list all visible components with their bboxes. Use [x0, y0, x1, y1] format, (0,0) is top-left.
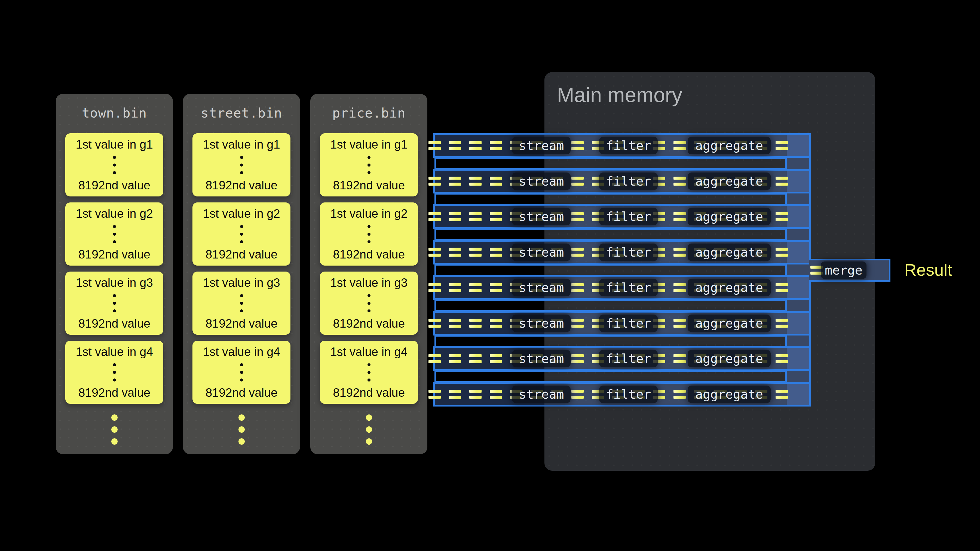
block-last-value: 8192nd value: [78, 178, 150, 192]
vertical-ellipsis-icon: [113, 363, 116, 381]
diagram-canvas: town.bin1st value in g18192nd value1st v…: [0, 0, 980, 551]
file-card: town.bin1st value in g18192nd value1st v…: [56, 94, 173, 454]
block-first-value: 1st value in g4: [76, 345, 153, 359]
stage-operator-aggregate: aggregate: [687, 386, 771, 403]
equals-dash-icon: [776, 212, 788, 221]
vertical-ellipsis-icon: [368, 363, 371, 381]
pipeline-row-8: streamfilteraggregate: [433, 382, 811, 407]
equals-dash-icon: [428, 283, 441, 292]
vertical-ellipsis-icon: [240, 156, 243, 174]
equals-dash-icon: [673, 283, 686, 292]
value-block: 1st value in g18192nd value: [320, 133, 418, 197]
stage-operator-filter: filter: [599, 279, 658, 296]
block-last-value: 8192nd value: [78, 317, 150, 330]
block-first-value: 1st value in g3: [203, 276, 280, 289]
block-list: 1st value in g18192nd value1st value in …: [65, 133, 163, 410]
equals-dash-icon: [571, 248, 584, 257]
equals-dash-icon: [571, 141, 584, 150]
vertical-ellipsis-icon: [240, 294, 243, 312]
block-last-value: 8192nd value: [205, 178, 277, 192]
file-card: street.bin1st value in g18192nd value1st…: [183, 94, 300, 454]
file-card: price.bin1st value in g18192nd value1st …: [310, 94, 427, 454]
equals-dash-icon: [673, 212, 686, 221]
stage-operator-aggregate: aggregate: [687, 279, 771, 296]
equals-dash-icon: [490, 177, 502, 186]
pipeline-row-2: streamfilteraggregate: [433, 169, 811, 194]
block-first-value: 1st value in g2: [203, 207, 280, 221]
merge-row: merge: [809, 259, 891, 282]
stage-operator-aggregate: aggregate: [687, 314, 771, 332]
equals-dash-icon: [776, 354, 788, 363]
pipeline-row-6: streamfilteraggregate: [433, 311, 811, 335]
value-block: 1st value in g38192nd value: [65, 272, 163, 335]
equals-dash-icon: [469, 212, 482, 221]
equals-dash-icon: [776, 390, 788, 399]
stage-operator-aggregate: aggregate: [687, 173, 771, 190]
equals-dash-icon: [490, 283, 502, 292]
block-first-value: 1st value in g3: [330, 276, 407, 289]
block-last-value: 8192nd value: [333, 386, 405, 399]
stage-operator-stream: stream: [512, 173, 571, 190]
equals-dash-icon: [469, 177, 482, 186]
equals-dash-icon: [428, 212, 441, 221]
stage-operator-stream: stream: [512, 386, 571, 403]
equals-dash-icon: [490, 248, 502, 257]
stage-operator-filter: filter: [599, 243, 658, 261]
stage-operator-filter: filter: [599, 386, 658, 403]
value-block: 1st value in g18192nd value: [65, 133, 163, 197]
equals-dash-icon: [776, 283, 788, 292]
stage-operator-filter: filter: [599, 173, 658, 190]
block-last-value: 8192nd value: [333, 317, 405, 330]
main-memory-title: Main memory: [557, 83, 682, 106]
equals-dash-icon: [490, 354, 502, 363]
block-first-value: 1st value in g1: [76, 138, 153, 151]
equals-dash-icon: [571, 390, 584, 399]
value-block: 1st value in g38192nd value: [192, 272, 290, 335]
equals-dash-icon: [469, 141, 482, 150]
stage-operator-aggregate: aggregate: [687, 137, 771, 154]
vertical-ellipsis-icon: [240, 363, 243, 381]
equals-dash-icon: [449, 319, 461, 328]
stage-operator-stream: stream: [512, 314, 571, 332]
block-last-value: 8192nd value: [333, 248, 405, 261]
equals-dash-icon: [571, 283, 584, 292]
stage-operator-filter: filter: [599, 350, 658, 367]
pipeline-row-4: streamfilteraggregate: [433, 240, 811, 265]
vertical-ellipsis-icon: [240, 225, 243, 243]
equals-dash-icon: [776, 248, 788, 257]
stage-operator-aggregate: aggregate: [687, 243, 771, 261]
more-blocks-ellipsis-icon: [310, 414, 427, 445]
stage-operator-filter: filter: [599, 314, 658, 332]
vertical-ellipsis-icon: [113, 294, 116, 312]
block-first-value: 1st value in g4: [330, 345, 407, 359]
value-block: 1st value in g48192nd value: [65, 341, 163, 404]
equals-dash-icon: [428, 248, 441, 257]
equals-dash-icon: [449, 141, 461, 150]
equals-dash-icon: [449, 283, 461, 292]
pipeline-row-5: streamfilteraggregate: [433, 275, 811, 300]
block-first-value: 1st value in g4: [203, 345, 280, 359]
equals-dash-icon: [469, 390, 482, 399]
stage-operator-stream: stream: [512, 137, 571, 154]
pipeline-buffer-5: [434, 299, 787, 312]
block-first-value: 1st value in g2: [76, 207, 153, 221]
pipeline-row-1: streamfilteraggregate: [433, 133, 811, 158]
stage-operator-stream: stream: [512, 279, 571, 296]
equals-dash-icon: [490, 212, 502, 221]
block-last-value: 8192nd value: [78, 386, 150, 399]
block-list: 1st value in g18192nd value1st value in …: [320, 133, 418, 410]
pipeline-buffer-3: [434, 228, 787, 241]
equals-dash-icon: [673, 319, 686, 328]
equals-dash-icon: [449, 177, 461, 186]
equals-dash-icon: [776, 141, 788, 150]
stage-operator-filter: filter: [599, 137, 658, 154]
equals-dash-icon: [490, 141, 502, 150]
more-blocks-ellipsis-icon: [56, 414, 173, 445]
stage-operator-stream: stream: [512, 243, 571, 261]
block-last-value: 8192nd value: [205, 248, 277, 261]
value-block: 1st value in g38192nd value: [320, 272, 418, 335]
equals-dash-icon: [449, 212, 461, 221]
vertical-ellipsis-icon: [113, 225, 116, 243]
block-last-value: 8192nd value: [205, 386, 277, 399]
value-block: 1st value in g28192nd value: [320, 202, 418, 265]
